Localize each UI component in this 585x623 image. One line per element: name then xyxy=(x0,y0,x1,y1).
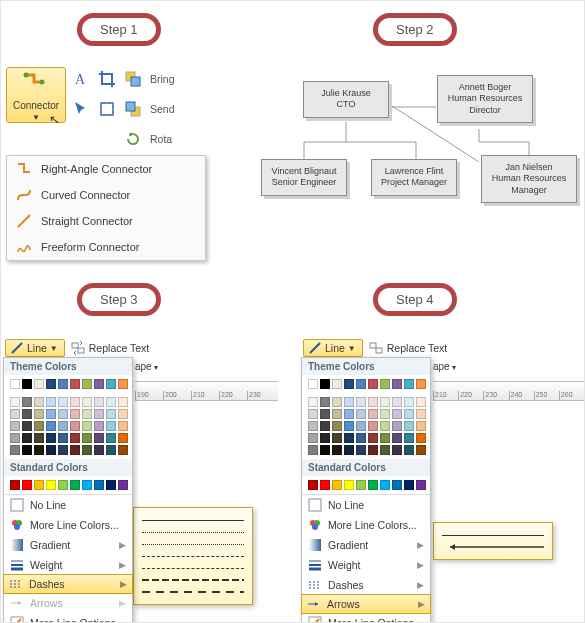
text-tool-icon[interactable]: A xyxy=(72,70,90,88)
submenu-arrow-icon: ▶ xyxy=(119,598,126,608)
send-label: Send xyxy=(150,103,175,115)
more-colors-option[interactable]: More Line Colors... xyxy=(4,515,132,535)
theme-color-row[interactable] xyxy=(4,375,132,393)
submenu-arrow-icon: ▶ xyxy=(417,560,424,570)
rotate-icon[interactable] xyxy=(124,130,142,148)
org-box-hr-mgr[interactable]: Jan Nielsen Human Resources Manager xyxy=(481,155,577,203)
menu-label: Freeform Connector xyxy=(41,241,139,253)
dashes-option[interactable]: Dashes▶ xyxy=(3,574,133,594)
menu-label: Curved Connector xyxy=(41,189,130,201)
menu-freeform[interactable]: Freeform Connector xyxy=(7,234,205,260)
menu-label: Right-Angle Connector xyxy=(41,163,152,175)
dash-style-dash[interactable] xyxy=(142,550,244,562)
more-colors-option[interactable]: More Line Colors... xyxy=(302,515,430,535)
shape-group-label[interactable]: ape xyxy=(135,361,158,372)
more-line-options[interactable]: More Line Options... xyxy=(4,613,132,623)
org-name: Jan Nielsen xyxy=(486,162,572,173)
org-box-hr-director[interactable]: Annett Boger Human Resources Director xyxy=(437,75,533,123)
dash-style-fine-dot[interactable] xyxy=(142,538,244,550)
dashes-flyout[interactable] xyxy=(133,507,253,605)
org-box-cto[interactable]: Julie Krause CTO xyxy=(303,81,389,118)
shape-group-label[interactable]: ape xyxy=(433,361,456,372)
line-dropdown-button[interactable]: Line ▼ xyxy=(5,339,65,357)
step-badge-4: Step 4 xyxy=(373,283,457,316)
more-line-options[interactable]: More Line Options... xyxy=(302,613,430,623)
replace-text-button[interactable]: Replace Text xyxy=(71,341,150,355)
org-name: Annett Boger xyxy=(442,82,528,93)
gradient-option[interactable]: Gradient▶ xyxy=(4,535,132,555)
submenu-arrow-icon: ▶ xyxy=(119,540,126,550)
arrow-style-left[interactable] xyxy=(442,541,544,553)
submenu-arrow-icon: ▶ xyxy=(417,540,424,550)
theme-color-row[interactable] xyxy=(302,375,430,393)
connector-split-button[interactable]: Connector ▼ ↖ xyxy=(6,67,66,123)
org-box-engineer[interactable]: Vincent Blignaut Senior Engineer xyxy=(261,159,347,196)
arrows-icon xyxy=(307,597,321,611)
freeform-connector-icon xyxy=(15,238,33,256)
line-color-dropdown[interactable]: Theme Colors Standard Colors No Line Mor… xyxy=(3,357,133,623)
step-badge-2: Step 2 xyxy=(373,13,457,46)
menu-curved[interactable]: Curved Connector xyxy=(7,182,205,208)
org-role: Human Resources Manager xyxy=(486,173,572,196)
connector-label: Connector xyxy=(13,101,59,111)
more-colors-icon xyxy=(308,518,322,532)
theme-tints[interactable] xyxy=(302,393,430,459)
org-name: Vincent Blignaut xyxy=(266,166,342,177)
weight-option[interactable]: Weight▶ xyxy=(302,555,430,575)
line-dropdown-button[interactable]: Line ▼ xyxy=(303,339,363,357)
replace-text-button[interactable]: Replace Text xyxy=(369,341,448,355)
more-options-icon xyxy=(10,616,24,623)
line-color-dropdown[interactable]: Theme Colors Standard Colors No Line Mor… xyxy=(301,357,431,623)
dash-style-solid[interactable] xyxy=(142,514,244,526)
svg-rect-26 xyxy=(376,348,382,353)
submenu-arrow-icon: ▶ xyxy=(119,560,126,570)
standard-colors-title: Standard Colors xyxy=(302,459,430,476)
straight-connector-icon xyxy=(15,212,33,230)
menu-straight[interactable]: Straight Connector xyxy=(7,208,205,234)
ribbon-secondary: A Bring Send Rota xyxy=(72,67,175,151)
step-badge-3: Step 3 xyxy=(77,283,161,316)
step1-panel: Connector ▼ ↖ A Bring Send Rota xyxy=(6,67,246,237)
dash-style-long-dashdot[interactable] xyxy=(142,586,244,598)
no-line-option[interactable]: No Line xyxy=(302,495,430,515)
more-options-icon xyxy=(308,616,322,623)
line-btn-label: Line xyxy=(325,342,345,354)
dash-style-dot[interactable] xyxy=(142,526,244,538)
artboard-icon[interactable] xyxy=(98,100,116,118)
dashes-icon xyxy=(308,578,322,592)
gradient-icon xyxy=(10,538,24,552)
svg-rect-17 xyxy=(72,343,78,348)
arrows-option[interactable]: Arrows▶ xyxy=(301,594,431,614)
bring-front-icon[interactable] xyxy=(124,70,142,88)
theme-tints[interactable] xyxy=(4,393,132,459)
line-icon xyxy=(10,341,24,355)
standard-color-row[interactable] xyxy=(302,476,430,494)
dropdown-arrow-icon: ▼ xyxy=(348,344,356,353)
pointer-icon[interactable] xyxy=(72,100,90,118)
svg-text:A: A xyxy=(75,72,86,87)
standard-color-row[interactable] xyxy=(4,476,132,494)
org-name: Lawrence Flint xyxy=(376,166,452,177)
dashes-option[interactable]: Dashes▶ xyxy=(302,575,430,595)
org-box-pm[interactable]: Lawrence Flint Project Manager xyxy=(371,159,457,196)
arrows-option: Arrows▶ xyxy=(4,593,132,613)
gradient-option[interactable]: Gradient▶ xyxy=(302,535,430,555)
dash-style-dashdot[interactable] xyxy=(142,562,244,574)
org-role: CTO xyxy=(308,99,384,110)
arrows-flyout[interactable] xyxy=(433,522,553,560)
connector-dropdown-menu[interactable]: Right-Angle Connector Curved Connector S… xyxy=(6,155,206,261)
svg-rect-4 xyxy=(131,77,140,86)
svg-point-22 xyxy=(14,524,20,530)
arrow-style-none[interactable] xyxy=(442,529,544,541)
menu-right-angle[interactable]: Right-Angle Connector xyxy=(7,156,205,182)
no-line-icon xyxy=(10,498,24,512)
org-role: Project Manager xyxy=(376,177,452,188)
send-back-icon[interactable] xyxy=(124,100,142,118)
svg-rect-18 xyxy=(78,348,84,353)
no-line-option[interactable]: No Line xyxy=(4,495,132,515)
weight-option[interactable]: Weight▶ xyxy=(4,555,132,575)
rotate-label: Rota xyxy=(150,133,172,145)
horizontal-ruler: 210220230240250260 xyxy=(433,381,584,401)
dash-style-long-dash[interactable] xyxy=(142,574,244,586)
crop-icon[interactable] xyxy=(98,70,116,88)
